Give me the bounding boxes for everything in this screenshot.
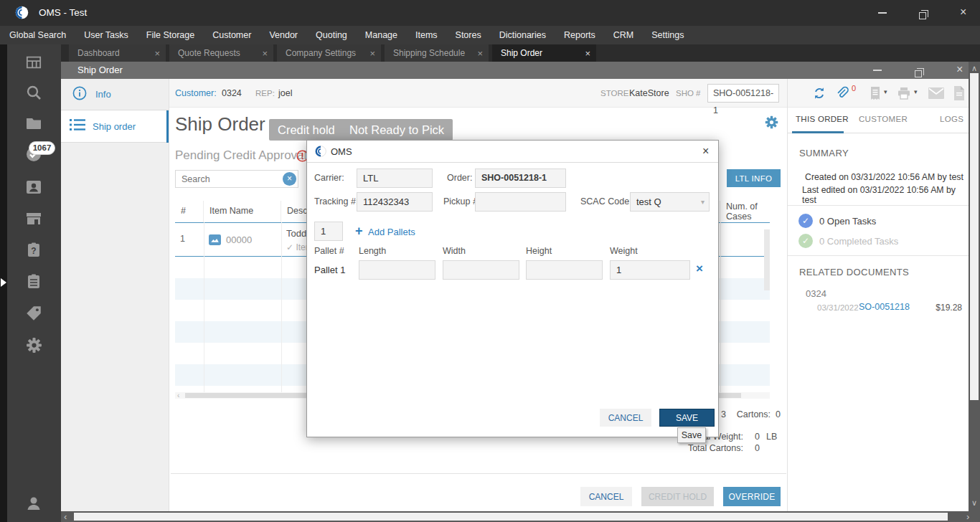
folder-icon[interactable] [24,114,44,133]
search-input[interactable] [175,170,298,188]
scroll-down-icon[interactable]: ∨ [971,499,977,507]
credit-hold-button[interactable]: CREDIT HOLD [641,487,714,506]
sho-number-input[interactable]: SHO-0051218-1 [707,84,779,103]
menu-manage[interactable]: Manage [361,30,402,40]
menu-settings[interactable]: Settings [647,30,688,40]
tab-dashboard[interactable]: Dashboard× [69,44,166,62]
nav-item-ship-order[interactable]: Ship order [61,110,169,143]
attachments-paperclip-icon[interactable] [835,86,849,103]
tracking-input[interactable]: 112432343 [357,192,433,212]
pallet-height-input[interactable] [526,260,603,280]
document-tab-bar: Dashboard× Quote Requests× Company Setti… [61,44,980,62]
override-button[interactable]: OVERRIDE [723,487,781,506]
table-vertical-scrollbar[interactable] [764,229,770,290]
help-clipboard-icon[interactable]: ? [24,241,44,260]
store-icon[interactable] [24,209,44,228]
tab-logs[interactable]: LOGS [940,115,963,123]
contact-card-icon[interactable] [24,178,44,196]
menu-dictionaries[interactable]: Dictionaries [495,30,550,40]
customer-label[interactable]: Customer: [175,88,217,98]
menu-global-search[interactable]: Global Search [5,30,70,40]
document-icon[interactable] [953,86,965,103]
dialog-cancel-button[interactable]: CANCEL [600,409,651,427]
tab-close-icon[interactable]: × [262,48,268,59]
tab-quote-requests[interactable]: Quote Requests× [169,44,273,62]
tab-close-icon[interactable]: × [369,48,375,59]
close-button[interactable]: × [960,6,966,18]
menu-stores[interactable]: Stores [451,30,486,40]
order-input[interactable]: SHO-0051218-1 [475,169,566,188]
dialog-close-icon[interactable]: × [702,145,709,158]
col-num[interactable]: # [175,201,204,222]
pallet-length-input[interactable] [359,260,435,280]
restore-button[interactable] [919,12,926,19]
pickup-input[interactable] [475,192,566,212]
invoice-dropdown-icon[interactable]: ▾ [884,88,887,95]
search-icon[interactable] [24,83,44,102]
tab-this-order[interactable]: THIS ORDER [796,115,849,123]
inner-minimize-button[interactable] [873,70,882,71]
scroll-up-icon[interactable]: ∧ [971,65,977,72]
related-doc-link[interactable]: SO-0051218 [859,302,910,312]
tag-icon[interactable] [24,304,44,323]
item-image-icon[interactable] [209,234,221,248]
tab-company-settings[interactable]: Company Settings× [277,44,381,62]
scac-select[interactable]: test Q ▾ [630,192,710,212]
menu-crm[interactable]: CRM [609,30,638,40]
nav-item-info[interactable]: Info [61,79,169,110]
menu-file-storage[interactable]: File Storage [142,30,199,40]
tab-ship-order[interactable]: Ship Order× [492,44,596,62]
carrier-input[interactable]: LTL [357,169,433,188]
vertical-scrollbar[interactable]: ∧ ∨ [969,62,980,511]
print-icon[interactable] [897,87,911,103]
menu-user-tasks[interactable]: User Tasks [80,30,133,40]
inner-restore-button[interactable] [915,70,922,77]
invoice-icon[interactable] [869,86,882,103]
order-settings-gear-icon[interactable] [764,115,779,133]
completed-tasks[interactable]: 0 Completed Tasks [819,236,898,247]
col-pallet: Pallet # [314,246,344,256]
inner-close-button[interactable]: × [956,64,963,75]
cancel-button[interactable]: CANCEL [580,487,632,506]
tab-close-icon[interactable]: × [585,48,590,59]
vertical-scroll-thumb[interactable] [970,73,979,400]
col-item-name[interactable]: Item Name [204,201,281,222]
related-documents-heading: RELATED DOCUMENTS [799,267,909,277]
dashboard-icon[interactable] [24,53,44,72]
menu-reports[interactable]: Reports [560,30,600,40]
menu-customer[interactable]: Customer [208,30,255,40]
menu-vendor[interactable]: Vendor [265,30,302,40]
pallet-width-input[interactable] [443,260,519,280]
plus-icon[interactable]: + [355,224,363,239]
minimize-button[interactable] [878,12,887,14]
tracking-label: Tracking #: [314,196,358,207]
icon-sidebar: 1067 ? [7,44,61,522]
user-profile-icon[interactable] [24,494,44,513]
pallet-weight-input[interactable]: 1 [610,260,690,280]
clipboard-list-icon[interactable] [24,272,44,291]
pallet-count-input[interactable]: 1 [314,222,343,241]
dialog-save-button[interactable]: SAVE [659,409,715,427]
ltl-info-button[interactable]: LTL INFO [727,169,781,187]
menu-quoting[interactable]: Quoting [311,30,352,40]
scroll-left-icon[interactable]: ‹ [177,392,179,399]
horizontal-scroll-thumb[interactable] [74,513,948,521]
tab-shipping-schedule[interactable]: Shipping Schedule× [385,44,489,62]
settings-gear-icon[interactable] [24,336,44,354]
tab-customer[interactable]: CUSTOMER [859,115,908,123]
scroll-left-icon[interactable]: ‹ [64,513,67,521]
add-pallets-link[interactable]: Add Pallets [368,227,415,237]
refresh-icon[interactable] [812,86,826,103]
email-icon[interactable] [928,87,944,102]
tab-close-icon[interactable]: × [154,48,160,59]
print-dropdown-icon[interactable]: ▾ [914,88,918,95]
delete-pallet-icon[interactable]: × [696,262,703,276]
clear-search-icon[interactable]: × [283,172,296,186]
tab-close-icon[interactable]: × [477,48,483,59]
menu-items[interactable]: Items [411,30,442,40]
col-num-cases[interactable]: Num. of Cases [720,201,770,222]
sidebar-expander-arrow[interactable] [1,278,6,287]
horizontal-scrollbar[interactable]: ‹ › [61,511,980,522]
scroll-right-icon[interactable]: › [966,513,969,521]
open-tasks[interactable]: 0 Open Tasks [819,216,876,227]
